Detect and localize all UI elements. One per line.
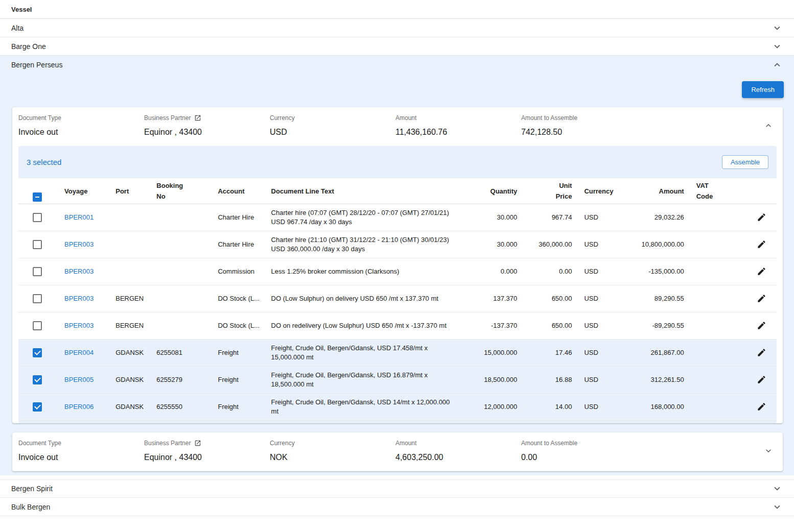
- edit-button[interactable]: [755, 346, 768, 359]
- row-checkbox[interactable]: [33, 240, 42, 249]
- edit-cell: [745, 204, 777, 231]
- edit-button[interactable]: [755, 292, 768, 305]
- vat-code-cell: [688, 367, 745, 394]
- booking-no-cell: [148, 231, 209, 258]
- field-value: USD: [270, 128, 390, 137]
- quantity-cell: 12,000.000: [461, 394, 521, 421]
- chevron-down-icon: [772, 501, 783, 513]
- document-line-text-cell: Less 1.25% broker commission (Clarksons): [263, 258, 462, 285]
- document-line-text-cell: DO on redelivery (Low Sulphur) USD 650 /…: [263, 312, 462, 340]
- voyage-link[interactable]: BPER003: [64, 322, 94, 329]
- voyage-cell: BPER003: [56, 312, 107, 340]
- accordion-label: Alta: [11, 24, 24, 32]
- edit-icon: [757, 348, 766, 357]
- row-checkbox[interactable]: [33, 375, 42, 384]
- accordion-alta[interactable]: Alta: [0, 19, 794, 37]
- edit-cell: [745, 231, 777, 258]
- voyage-link[interactable]: BPER006: [64, 403, 94, 410]
- chevron-down-icon: [772, 41, 783, 52]
- currency-cell: USD: [576, 231, 627, 258]
- currency-cell: USD: [576, 394, 627, 421]
- select-all-checkbox[interactable]: [33, 192, 42, 202]
- account-cell: Commission: [209, 258, 263, 285]
- edit-button[interactable]: [755, 319, 768, 332]
- voyage-link[interactable]: BPER004: [64, 349, 94, 356]
- table-row: BPER003 Charter Hire Charter hire (21:10…: [18, 231, 777, 258]
- edit-button[interactable]: [755, 400, 768, 414]
- refresh-button[interactable]: Refresh: [742, 81, 784, 98]
- row-checkbox[interactable]: [33, 294, 42, 303]
- voyage-link[interactable]: BPER005: [64, 376, 94, 383]
- document-line-text-cell: Freight, Crude Oil, Bergen/Gdansk, USD 1…: [263, 367, 462, 394]
- booking-no-cell: [148, 312, 209, 340]
- edit-button[interactable]: [755, 210, 768, 224]
- row-checkbox[interactable]: [33, 321, 42, 330]
- row-checkbox[interactable]: [33, 267, 42, 276]
- edit-button[interactable]: [755, 264, 768, 278]
- document-line-text-cell: Charter hire (21:10 (GMT) 31/12/22 - 21:…: [263, 231, 462, 258]
- external-link-icon[interactable]: [194, 440, 201, 447]
- row-checkbox[interactable]: [33, 213, 42, 222]
- row-checkbox-cell: [18, 312, 56, 340]
- row-checkbox-cell: [18, 231, 56, 258]
- chevron-down-icon: [772, 483, 783, 494]
- accordion-bergen-perseus[interactable]: Bergen Perseus: [0, 56, 794, 74]
- currency-cell: USD: [576, 312, 627, 340]
- expand-card-button[interactable]: [761, 444, 776, 458]
- voyage-link[interactable]: BPER003: [64, 240, 94, 248]
- voyage-link[interactable]: BPER003: [64, 268, 94, 275]
- field-label: Document Type: [18, 114, 139, 122]
- collapse-card-button[interactable]: [761, 118, 776, 133]
- table-row: BPER003 Commission Less 1.25% broker com…: [18, 258, 777, 285]
- row-checkbox-cell: [18, 285, 56, 312]
- field-value: Invoice out: [18, 453, 139, 462]
- vat-code-cell: [688, 312, 745, 340]
- edit-button[interactable]: [755, 237, 768, 251]
- row-checkbox-cell: [18, 258, 56, 285]
- row-checkbox[interactable]: [33, 348, 42, 357]
- account-cell: Freight: [209, 394, 263, 421]
- edit-button[interactable]: [755, 373, 768, 386]
- port-cell: BERGEN: [107, 285, 148, 312]
- voyage-cell: BPER005: [56, 367, 107, 394]
- accordion-label: Bulk Bergen: [11, 503, 50, 511]
- accordion-label: Barge One: [11, 42, 46, 51]
- vat-code-cell: [688, 285, 745, 312]
- accordion-barge-one[interactable]: Barge One: [0, 37, 794, 56]
- unit-price-cell: 967.74: [521, 204, 576, 231]
- header-amount: Amount: [627, 178, 688, 204]
- field-currency: Currency USD: [270, 114, 395, 137]
- field-value: Equinor , 43400: [144, 128, 265, 137]
- field-value: 0.00: [521, 453, 756, 462]
- table-header-row: Voyage Port Booking No Account Document …: [18, 178, 777, 204]
- edit-icon: [757, 375, 766, 384]
- header-port: Port: [107, 178, 148, 204]
- field-document-type: Document Type Invoice out: [18, 440, 144, 462]
- account-cell: Charter Hire: [209, 231, 263, 258]
- header-booking-no: Booking No: [148, 178, 209, 204]
- vat-code-cell: [688, 231, 745, 258]
- row-checkbox[interactable]: [33, 402, 42, 412]
- amount-cell: 261,867.00: [627, 340, 688, 367]
- invoice-card-nok-head: Document Type Invoice out Business Partn…: [12, 432, 783, 471]
- voyage-link[interactable]: BPER003: [64, 295, 94, 302]
- assemble-button[interactable]: Assemble: [722, 155, 768, 169]
- field-value: Invoice out: [18, 128, 139, 137]
- selected-count: 3 selected: [27, 158, 61, 166]
- amount-cell: 29,032.26: [627, 204, 688, 231]
- external-link-icon[interactable]: [194, 114, 201, 122]
- field-amount-to-assemble: Amount to Assemble 0.00: [521, 440, 761, 462]
- refresh-row: Refresh: [0, 74, 794, 98]
- document-line-text-cell: Freight, Crude Oil, Bergen/Gdansk, USD 1…: [263, 394, 462, 421]
- accordion-bulk-bergen[interactable]: Bulk Bergen: [0, 498, 794, 516]
- accordion-bergen-spirit[interactable]: Bergen Spirit: [0, 479, 794, 498]
- header-currency: Currency: [576, 178, 627, 204]
- header-document-line-text: Document Line Text: [263, 178, 462, 204]
- voyage-link[interactable]: BPER001: [64, 213, 94, 221]
- currency-cell: USD: [576, 285, 627, 312]
- booking-no-cell: [148, 285, 209, 312]
- amount-cell: -89,290.55: [627, 312, 688, 340]
- field-currency: Currency NOK: [270, 440, 395, 462]
- booking-no-cell: 6255279: [148, 367, 209, 394]
- port-cell: GDANSK: [107, 367, 148, 394]
